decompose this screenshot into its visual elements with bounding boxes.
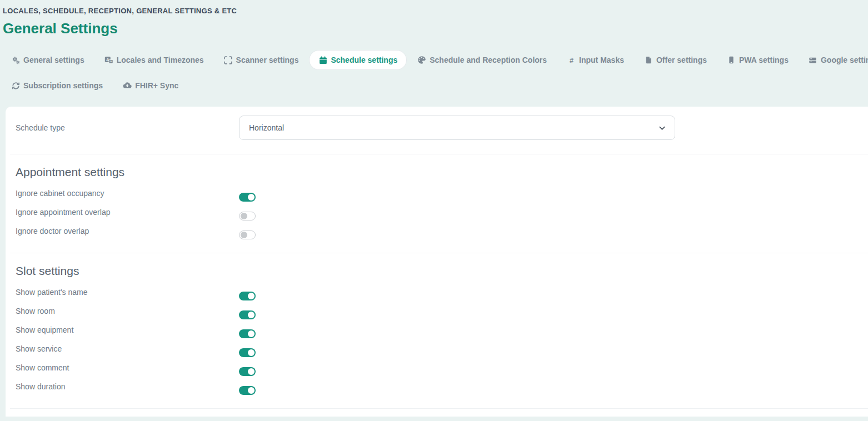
section-title-appointment-settings: Appointment settings (16, 165, 858, 179)
section-divider (10, 253, 868, 253)
page-title: General Settings (3, 20, 868, 37)
hash-icon: # (567, 56, 576, 64)
tab-scanner-settings[interactable]: Scanner settings (224, 56, 299, 64)
tab-label: Subscription settings (23, 81, 103, 90)
settings-sections: Appointment settingsIgnore cabinet occup… (16, 154, 858, 409)
settings-tabs: General settingsAaLocales and TimezonesS… (11, 49, 868, 96)
setting-row-show-service: Show service (16, 342, 858, 361)
tab-row-1: General settingsAaLocales and TimezonesS… (11, 49, 868, 71)
toggle-show-comment[interactable] (239, 367, 256, 376)
tab-schedule-and-reception-colors[interactable]: Schedule and Reception Colors (417, 56, 547, 64)
section-divider (10, 154, 868, 154)
svg-text:#: # (570, 56, 573, 64)
tab-schedule-settings[interactable]: Schedule settings (309, 50, 407, 70)
toggle-show-patient-s-name[interactable] (239, 292, 256, 300)
tab-offer-settings[interactable]: Offer settings (644, 56, 707, 64)
mobile-icon (727, 56, 736, 64)
toggle-knob (248, 330, 255, 337)
tab-label: Scanner settings (236, 56, 299, 64)
section-divider (10, 408, 868, 409)
toggle-knob (248, 387, 255, 394)
section-title-slot-settings: Slot settings (16, 264, 858, 278)
setting-row-show-room: Show room (16, 304, 858, 323)
tab-input-masks[interactable]: #Input Masks (567, 56, 624, 64)
setting-label: Show service (16, 342, 239, 353)
chevron-down-icon (658, 124, 666, 132)
file-icon (644, 56, 653, 64)
schedule-type-value: Horizontal (249, 123, 284, 132)
calendar-icon (318, 56, 327, 64)
toggle-show-service[interactable] (239, 348, 256, 357)
settings-card: Schedule type Horizontal Appointment set… (6, 107, 868, 417)
toggle-knob (248, 368, 255, 375)
setting-label: Show comment (16, 361, 239, 372)
setting-label: Ignore doctor overlap (16, 224, 239, 235)
settings-page: LOCALES, SCHEDULE, RECEPTION, GENERAL SE… (0, 0, 868, 417)
toggle-ignore-cabinet-occupancy[interactable] (239, 193, 256, 202)
setting-label: Ignore appointment overlap (16, 206, 239, 217)
scan-frame-icon (224, 56, 233, 64)
tab-pwa-settings[interactable]: PWA settings (727, 56, 789, 64)
tab-subscription-settings[interactable]: Subscription settings (11, 81, 103, 90)
toggle-knob (241, 213, 247, 219)
setting-label: Show duration (16, 380, 239, 391)
setting-label: Show patient's name (16, 285, 239, 297)
setting-row-show-duration: Show duration (16, 380, 858, 399)
tab-fhir-sync[interactable]: FHIR+ Sync (123, 81, 178, 90)
tab-label: Input Masks (579, 56, 624, 64)
tab-label: General settings (23, 56, 84, 64)
setting-row-show-comment: Show comment (16, 361, 858, 380)
setting-row-show-patient-s-name: Show patient's name (16, 285, 858, 304)
setting-label: Show room (16, 304, 239, 315)
toggle-knob (248, 312, 255, 318)
tab-google-settings[interactable]: Google settings (809, 56, 868, 64)
toggle-show-duration[interactable] (239, 386, 256, 395)
tab-row-2: Subscription settingsFHIR+ Sync (11, 75, 868, 96)
tab-label: Google settings (821, 56, 868, 64)
setting-row-ignore-doctor-overlap: Ignore doctor overlap (16, 224, 858, 243)
toggle-ignore-doctor-overlap[interactable] (239, 230, 256, 239)
tab-general-settings[interactable]: General settings (11, 56, 84, 64)
tab-label: Schedule settings (331, 56, 397, 64)
page-header: LOCALES, SCHEDULE, RECEPTION, GENERAL SE… (0, 0, 868, 37)
tab-label: Offer settings (656, 56, 707, 64)
tab-label: Locales and Timezones (117, 56, 204, 64)
tab-label: FHIR+ Sync (135, 81, 178, 90)
toggle-show-room[interactable] (239, 310, 256, 319)
toggle-knob (248, 293, 255, 299)
toggle-knob (248, 349, 255, 356)
setting-row-show-equipment: Show equipment (16, 323, 858, 342)
tab-locales-and-timezones[interactable]: AaLocales and Timezones (104, 56, 204, 64)
gears-icon (11, 56, 20, 64)
tab-label: Schedule and Reception Colors (430, 56, 547, 64)
cloud-upload-icon (123, 81, 132, 90)
toggle-knob (241, 232, 247, 238)
setting-label: Show equipment (16, 323, 239, 334)
schedule-type-label: Schedule type (16, 123, 239, 132)
server-icon (809, 56, 817, 64)
translate-icon: Aa (104, 56, 113, 64)
setting-label: Ignore cabinet occupancy (16, 187, 239, 198)
schedule-type-row: Schedule type Horizontal (16, 116, 858, 140)
schedule-type-select[interactable]: Horizontal (239, 116, 675, 140)
toggle-ignore-appointment-overlap[interactable] (239, 212, 256, 220)
sync-icon (11, 81, 20, 90)
tab-label: PWA settings (739, 56, 789, 64)
setting-row-ignore-cabinet-occupancy: Ignore cabinet occupancy (16, 187, 858, 206)
toggle-knob (248, 194, 255, 201)
setting-row-ignore-appointment-overlap: Ignore appointment overlap (16, 206, 858, 224)
toggle-show-equipment[interactable] (239, 329, 256, 338)
palette-icon (417, 56, 426, 64)
breadcrumb: LOCALES, SCHEDULE, RECEPTION, GENERAL SE… (3, 7, 868, 15)
